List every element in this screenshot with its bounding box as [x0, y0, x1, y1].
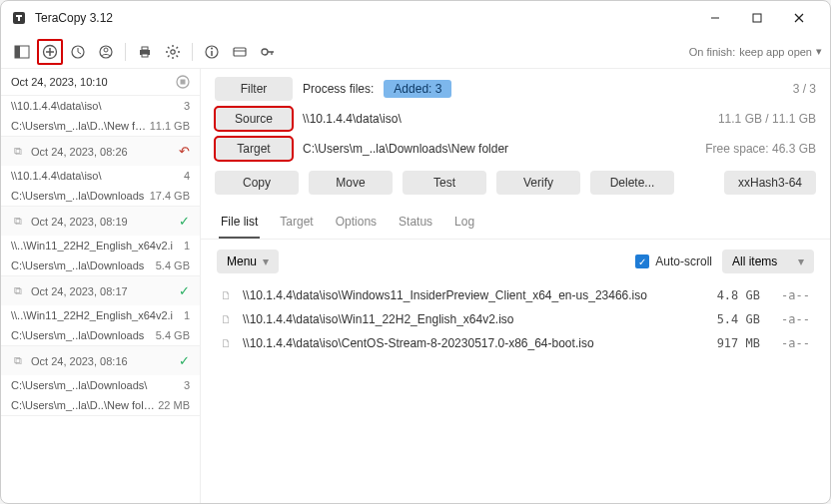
current-job-time: Oct 24, 2023, 10:10 [11, 76, 176, 88]
test-button[interactable]: Test [403, 171, 486, 195]
card-icon[interactable] [227, 39, 253, 65]
svg-point-32 [262, 49, 268, 55]
copy-button[interactable]: Copy [215, 171, 299, 195]
tab-filelist[interactable]: File list [219, 209, 260, 239]
chevron-down-icon: ▾ [816, 45, 822, 58]
new-transfer-icon[interactable] [37, 39, 63, 65]
history-time: Oct 24, 2023, 08:19 [31, 216, 179, 228]
close-button[interactable] [778, 3, 820, 33]
check-icon: ✓ [635, 254, 649, 268]
check-icon: ✓ [179, 353, 190, 368]
info-icon[interactable] [199, 39, 225, 65]
file-name: \\10.1.4.4\data\iso\Win11_22H2_English_x… [243, 312, 690, 326]
menu-dropdown[interactable]: Menu ▾ [217, 250, 279, 273]
app-icon [11, 10, 27, 26]
key-icon[interactable] [255, 39, 281, 65]
main-toolbar: On finish: keep app open ▾ [1, 35, 830, 69]
current-target-row: C:\Users\m_..la\D..\New folder 11.1 GB [1, 116, 200, 137]
added-badge[interactable]: Added: 3 [384, 80, 451, 98]
tab-bar: File list Target Options Status Log [201, 203, 830, 240]
svg-point-29 [211, 47, 213, 49]
maximize-button[interactable] [736, 3, 778, 33]
sidebar-current-header[interactable]: Oct 24, 2023, 10:10 [1, 69, 200, 96]
tab-status[interactable]: Status [397, 209, 434, 239]
file-icon: 🗋 [221, 289, 237, 301]
chevron-down-icon: ▾ [798, 254, 804, 268]
copy-icon: ⧉ [11, 215, 25, 228]
file-list[interactable]: 🗋\\10.1.4.4\data\iso\Windows11_InsiderPr… [201, 283, 830, 503]
check-icon: ✓ [179, 283, 190, 298]
history-src: C:\Users\m_..la\Downloads\ [11, 379, 184, 391]
svg-rect-17 [142, 54, 148, 57]
stop-icon[interactable] [176, 75, 190, 89]
file-icon: 🗋 [221, 337, 237, 349]
app-window: TeraCopy 3.12 On finish: keep app open ▾… [0, 0, 831, 504]
tab-log[interactable]: Log [452, 209, 476, 239]
settings-icon[interactable] [160, 39, 186, 65]
history-src: \\..\Win11_22H2_English_x64v2.i [11, 240, 184, 252]
svg-point-14 [104, 48, 108, 52]
svg-rect-30 [234, 48, 246, 56]
history-item[interactable]: ⧉Oct 24, 2023, 08:17✓\\..\Win11_22H2_Eng… [1, 276, 200, 346]
history-dst: C:\Users\m_..la\Downloads [11, 329, 156, 341]
svg-rect-36 [181, 80, 186, 85]
copy-icon: ⧉ [11, 145, 25, 158]
file-size: 5.4 GB [690, 312, 760, 326]
on-finish-value: keep app open [739, 46, 812, 58]
file-counter: 3 / 3 [793, 82, 816, 96]
history-dst: C:\Users\m_..la\Downloads [11, 190, 150, 202]
file-row[interactable]: 🗋\\10.1.4.4\data\iso\Win11_22H2_English_… [217, 307, 814, 331]
file-icon: 🗋 [221, 313, 237, 325]
svg-point-18 [171, 49, 175, 53]
file-name: \\10.1.4.4\data\iso\Windows11_InsiderPre… [243, 288, 690, 302]
svg-rect-16 [142, 47, 148, 50]
undo-icon: ↶ [179, 144, 190, 159]
hash-button[interactable]: xxHash3-64 [724, 171, 816, 195]
source-path: \\10.1.4.4\data\iso\ [303, 112, 402, 126]
process-files-label: Process files: [303, 82, 374, 96]
svg-line-12 [78, 52, 81, 54]
svg-line-25 [168, 55, 170, 57]
main-panel: Filter Process files: Added: 3 3 / 3 Sou… [201, 69, 830, 503]
file-row[interactable]: 🗋\\10.1.4.4\data\iso\CentOS-Stream-8-202… [217, 331, 814, 355]
history-item[interactable]: ⧉Oct 24, 2023, 08:19✓\\..\Win11_22H2_Eng… [1, 207, 200, 276]
target-button[interactable]: Target [215, 137, 293, 161]
history-time: Oct 24, 2023, 08:26 [31, 146, 179, 158]
filter-dropdown[interactable]: All items ▾ [722, 250, 814, 273]
chevron-down-icon: ▾ [263, 254, 269, 268]
history-item[interactable]: ⧉Oct 24, 2023, 08:16✓C:\Users\m_..la\Dow… [1, 346, 200, 416]
history-dst: C:\Users\m_..la\D..\New folder [11, 399, 158, 411]
history-icon[interactable] [65, 39, 91, 65]
svg-line-24 [177, 55, 179, 57]
on-finish-label: On finish: [689, 46, 735, 58]
history-dst: C:\Users\m_..la\Downloads [11, 259, 156, 271]
print-icon[interactable] [132, 39, 158, 65]
delete-button[interactable]: Delete... [590, 171, 674, 195]
filter-button[interactable]: Filter [215, 77, 293, 101]
minimize-button[interactable] [694, 3, 736, 33]
file-size: 4.8 GB [690, 288, 760, 302]
tab-target[interactable]: Target [278, 209, 315, 239]
svg-line-26 [177, 47, 179, 49]
file-attr: -a-- [760, 312, 810, 326]
user-icon[interactable] [93, 39, 119, 65]
autoscroll-checkbox[interactable]: ✓ Auto-scroll [635, 254, 712, 268]
source-size: 11.1 GB / 11.1 GB [718, 112, 816, 126]
toggle-sidebar-icon[interactable] [9, 39, 35, 65]
history-sidebar: Oct 24, 2023, 10:10 \\10.1.4.4\data\iso\… [1, 69, 201, 503]
move-button[interactable]: Move [309, 171, 393, 195]
target-path: C:\Users\m_..la\Downloads\New folder [303, 142, 508, 156]
titlebar[interactable]: TeraCopy 3.12 [1, 1, 830, 35]
file-attr: -a-- [760, 336, 810, 350]
history-src: \\10.1.4.4\data\iso\ [11, 170, 184, 182]
svg-rect-6 [15, 46, 20, 58]
file-name: \\10.1.4.4\data\iso\CentOS-Stream-8-2023… [243, 336, 690, 350]
file-row[interactable]: 🗋\\10.1.4.4\data\iso\Windows11_InsiderPr… [217, 283, 814, 307]
copy-icon: ⧉ [11, 284, 25, 297]
verify-button[interactable]: Verify [496, 171, 580, 195]
source-button[interactable]: Source [215, 107, 293, 131]
current-source-row: \\10.1.4.4\data\iso\ 3 [1, 96, 200, 116]
history-item[interactable]: ⧉Oct 24, 2023, 08:26↶\\10.1.4.4\data\iso… [1, 137, 200, 207]
on-finish-dropdown[interactable]: On finish: keep app open ▾ [689, 45, 822, 58]
tab-options[interactable]: Options [334, 209, 379, 239]
